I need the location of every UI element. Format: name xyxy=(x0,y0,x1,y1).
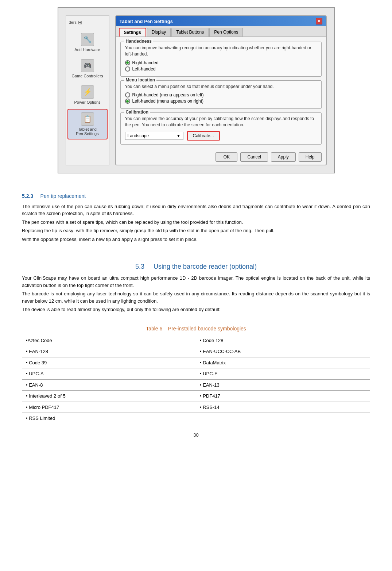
dialog-body: Handedness You can improve handwriting r… xyxy=(116,37,326,149)
handedness-description: You can improve handwriting recognition … xyxy=(125,45,317,57)
table-row: • EAN-8• EAN-13 xyxy=(22,379,370,391)
left-handed-option[interactable]: Left-handed xyxy=(125,66,317,72)
sidebar-game-controllers-label: Game Controllers xyxy=(71,74,103,78)
cancel-button[interactable]: Cancel xyxy=(240,152,268,162)
table-row: • RSS Limited xyxy=(22,413,370,424)
table-cell xyxy=(196,413,370,424)
section-53-p3: The device is able to read almost any sy… xyxy=(22,306,370,313)
right-handed-option[interactable]: Right-handed xyxy=(125,60,317,65)
sidebar-grid-icon: ⊞ xyxy=(78,19,82,25)
ok-button[interactable]: OK xyxy=(216,152,237,162)
table-row: • EAN-128• EAN-UCC-CC-AB xyxy=(22,346,370,357)
dialog-title: Tablet and Pen Settings xyxy=(120,19,173,24)
document-content: 5.2.3 Pen tip replacement The intensive … xyxy=(0,181,392,453)
table-row: • Micro PDF417• RSS-14 xyxy=(22,402,370,413)
right-handed-radio[interactable] xyxy=(125,60,130,65)
handedness-group: Handedness You can improve handwriting r… xyxy=(120,42,322,77)
table-row: • Code 39• DataMatrix xyxy=(22,357,370,368)
table-cell: • Interleaved 2 of 5 xyxy=(22,391,196,402)
section-523-title: Pen tip replacement xyxy=(40,193,86,199)
table-cell: • UPC-E xyxy=(196,368,370,380)
left-hand-menu-label: Left-handed (menu appears on right) xyxy=(132,99,203,104)
page-number: 30 xyxy=(22,432,370,439)
table-cell: • EAN-UCC-CC-AB xyxy=(196,346,370,357)
section-53-number: 5.3 xyxy=(135,263,144,270)
right-handed-label: Right-handed xyxy=(132,60,159,65)
sidebar-tablet-pen-label: Tablet and Pen Settings xyxy=(76,127,98,136)
section-523: 5.2.3 Pen tip replacement The intensive … xyxy=(22,192,370,243)
left-hand-menu-option[interactable]: Left-handed (menu appears on right) xyxy=(125,99,317,104)
table-row: • Interleaved 2 of 5• PDF417 xyxy=(22,391,370,402)
calibration-description: You can improve the accuracy of your pen… xyxy=(125,116,317,128)
section-53-heading: 5.3 Using the barcode reader (optional) xyxy=(22,262,370,272)
section-523-p1: The intensive use of the pen can cause i… xyxy=(22,203,370,217)
apply-button[interactable]: Apply xyxy=(271,152,296,162)
right-hand-menu-label: Right-handed (menu appears on left) xyxy=(132,92,204,97)
section-523-p3: Replacing the tip is easy: with the tip … xyxy=(22,227,370,234)
table-cell: • EAN-8 xyxy=(22,379,196,391)
sidebar-item-tablet-pen[interactable]: 📋 Tablet and Pen Settings xyxy=(67,109,108,139)
section-523-p4: With the opposite process, insert a new … xyxy=(22,236,370,243)
power-options-icon: ⚡ xyxy=(81,85,94,99)
table-cell: • RSS-14 xyxy=(196,402,370,413)
table-cell: • Code 128 xyxy=(196,335,370,346)
handedness-label: Handedness xyxy=(124,39,153,44)
sidebar-panel: ders ⊞ 🔧 Add Hardware 🎮 Game Controllers… xyxy=(66,15,109,165)
screenshot-wrapper: ders ⊞ 🔧 Add Hardware 🎮 Game Controllers… xyxy=(58,7,335,173)
sidebar-item-add-hardware[interactable]: 🔧 Add Hardware xyxy=(67,30,108,55)
menu-location-label: Menu location xyxy=(124,77,157,83)
table-cell: • EAN-128 xyxy=(22,346,196,357)
table-cell: • DataMatrix xyxy=(196,357,370,368)
right-hand-menu-radio[interactable] xyxy=(125,92,130,97)
table-cell: •Aztec Code xyxy=(22,335,196,346)
left-handed-label: Left-handed xyxy=(132,66,156,72)
tab-pen-options[interactable]: Pen Options xyxy=(209,28,243,37)
tab-tablet-buttons[interactable]: Tablet Buttons xyxy=(171,28,209,37)
orientation-value: Landscape xyxy=(128,133,149,138)
section-523-heading: 5.2.3 Pen tip replacement xyxy=(22,192,370,200)
table-cell: • RSS Limited xyxy=(22,413,196,424)
add-hardware-icon: 🔧 xyxy=(81,33,94,46)
tablet-pen-icon: 📋 xyxy=(81,112,94,126)
section-53-p1: Your CliniScape may have on board an ult… xyxy=(22,275,370,289)
table-cell: • Code 39 xyxy=(22,357,196,368)
table-row: • UPC-A• UPC-E xyxy=(22,368,370,380)
section-53-title: Using the barcode reader (optional) xyxy=(154,263,257,270)
orientation-select[interactable]: Landscape ▼ xyxy=(125,132,183,140)
game-controllers-icon: 🎮 xyxy=(81,59,94,72)
menu-location-group: Menu location You can select a menu posi… xyxy=(120,80,322,109)
help-button[interactable]: Help xyxy=(299,152,322,162)
section-523-p2: The pen comes with a set of spare tips, … xyxy=(22,219,370,226)
calibration-controls: Landscape ▼ Calibrate... xyxy=(125,131,317,141)
barcode-table: •Aztec Code• Code 128• EAN-128• EAN-UCC-… xyxy=(22,335,370,424)
sidebar-label: ders xyxy=(69,20,77,24)
close-button[interactable]: ✕ xyxy=(316,18,322,24)
table-row: •Aztec Code• Code 128 xyxy=(22,335,370,346)
dialog-titlebar: Tablet and Pen Settings ✕ xyxy=(116,16,326,26)
screenshot-area: ders ⊞ 🔧 Add Hardware 🎮 Game Controllers… xyxy=(0,0,392,181)
calibration-label: Calibration xyxy=(124,110,150,115)
section-53-p2: The barcode is not employing any laser t… xyxy=(22,290,370,304)
tab-settings[interactable]: Settings xyxy=(119,28,146,37)
sidebar-add-hardware-label: Add Hardware xyxy=(74,47,100,52)
table-cell: • Micro PDF417 xyxy=(22,402,196,413)
calibrate-button[interactable]: Calibrate... xyxy=(187,131,220,141)
sidebar-top-bar: ders ⊞ xyxy=(67,19,108,26)
section-523-number: 5.2.3 xyxy=(22,193,33,199)
sidebar-item-game-controllers[interactable]: 🎮 Game Controllers xyxy=(67,56,108,81)
table-cell: • UPC-A xyxy=(22,368,196,380)
right-hand-menu-option[interactable]: Right-handed (menu appears on left) xyxy=(125,92,317,97)
sidebar-item-power-options[interactable]: ⚡ Power Options xyxy=(67,83,108,107)
dialog-buttons: OK Cancel Apply Help xyxy=(116,149,326,165)
sidebar-power-options-label: Power Options xyxy=(74,100,100,104)
table-cell: • PDF417 xyxy=(196,391,370,402)
menu-location-description: You can select a menu position so that m… xyxy=(125,84,317,90)
calibration-group: Calibration You can improve the accuracy… xyxy=(120,112,322,145)
left-handed-radio[interactable] xyxy=(125,66,130,72)
left-hand-menu-radio[interactable] xyxy=(125,99,130,104)
dialog-tabs: Settings Display Tablet Buttons Pen Opti… xyxy=(116,26,326,37)
tab-display[interactable]: Display xyxy=(147,28,171,37)
dropdown-arrow-icon: ▼ xyxy=(176,133,181,138)
table-title: Table 6 – Pre-installed barcode symbolog… xyxy=(22,325,370,333)
section-53: 5.3 Using the barcode reader (optional) … xyxy=(22,262,370,313)
